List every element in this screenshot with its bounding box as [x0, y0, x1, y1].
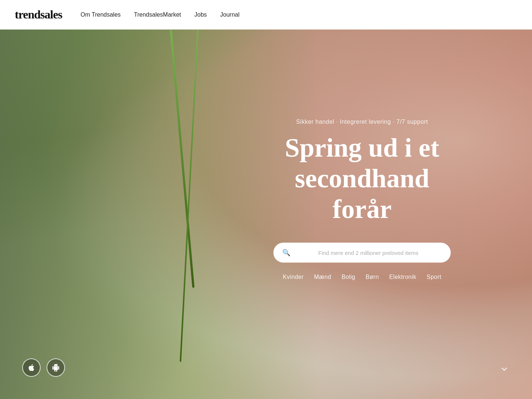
chevron-down-icon	[499, 364, 510, 375]
nav-jobs[interactable]: Jobs	[194, 11, 207, 18]
nav-journal[interactable]: Journal	[220, 11, 239, 18]
category-born[interactable]: Børn	[366, 274, 379, 280]
category-elektronik[interactable]: Elektronik	[389, 274, 416, 280]
scroll-down-indicator[interactable]	[499, 364, 510, 377]
search-bar[interactable]: 🔍 Find mere end 2 millioner preloved ite…	[273, 243, 451, 263]
hero-tagline: Sikker handel · Integreret levering · 7/…	[266, 119, 458, 125]
nav-trendsales-market[interactable]: TrendsalesMarket	[134, 11, 181, 18]
hero-section: Sikker handel · Integreret levering · 7/…	[0, 0, 532, 399]
search-icon: 🔍	[282, 249, 290, 257]
android-app-store-button[interactable]	[47, 358, 65, 377]
category-maend[interactable]: Mænd	[314, 274, 331, 280]
site-header: trendsales Om Trendsales TrendsalesMarke…	[0, 0, 532, 30]
category-sport[interactable]: Sport	[427, 274, 441, 280]
apple-icon	[27, 364, 35, 372]
hero-title: Spring ud i et secondhand forår	[266, 133, 458, 224]
site-logo[interactable]: trendsales	[15, 8, 62, 21]
category-kvinder[interactable]: Kvinder	[283, 274, 304, 280]
search-placeholder: Find mere end 2 millioner preloved items	[295, 250, 442, 256]
nav-om-trendsales[interactable]: Om Trendsales	[81, 11, 120, 18]
hero-content: Sikker handel · Integreret levering · 7/…	[266, 119, 458, 280]
category-links: Kvinder Mænd Bolig Børn Elektronik Sport	[266, 274, 458, 280]
apple-app-store-button[interactable]	[22, 358, 41, 377]
main-nav: Om Trendsales TrendsalesMarket Jobs Jour…	[81, 11, 239, 18]
app-buttons-container	[22, 358, 65, 377]
category-bolig[interactable]: Bolig	[341, 274, 355, 280]
android-icon	[52, 364, 60, 372]
